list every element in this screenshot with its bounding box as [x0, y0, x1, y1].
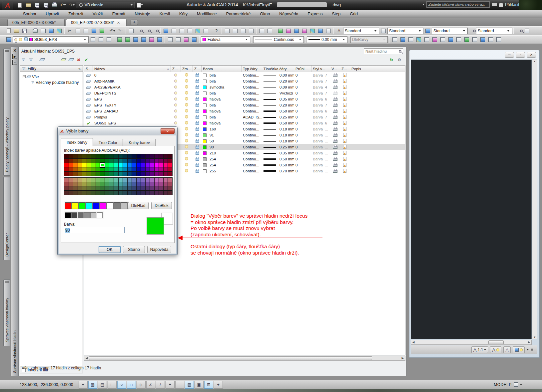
layer-linetype[interactable]: Continu...: [242, 133, 262, 137]
tool-palettes-collapsed[interactable]: Palety nástrojů - Všechny palety: [3, 49, 10, 176]
layer-linetype[interactable]: Continu...: [242, 109, 262, 113]
layer-lock-icon[interactable]: [196, 158, 199, 161]
status-toggle-button[interactable]: +: [214, 381, 223, 389]
layer-transparency[interactable]: 0: [294, 97, 311, 101]
layer-plot-icon[interactable]: [333, 164, 337, 167]
text-style-dropdown[interactable]: Standard: [343, 28, 379, 34]
layer-lock-icon[interactable]: [196, 122, 199, 125]
layer-vp-freeze-icon[interactable]: [343, 85, 346, 89]
status-toggle-button[interactable]: ◇: [137, 381, 146, 389]
layer-color-cell[interactable]: 160: [202, 127, 242, 131]
layer-unisolate-icon[interactable]: [124, 36, 131, 43]
layer-transparency[interactable]: 0: [294, 157, 311, 161]
new-icon[interactable]: [5, 27, 12, 35]
help-button[interactable]: Nápověda: [147, 246, 171, 253]
layer-freeze-icon[interactable]: [185, 73, 188, 77]
layer-vp-freeze-icon[interactable]: [343, 91, 346, 95]
layer-vp-freeze-icon[interactable]: [343, 73, 346, 77]
layer-row[interactable]: A-02SEVERKA svmodrá Continu... 0.09 mm 0…: [84, 84, 405, 90]
status-toggle-button[interactable]: ○: [117, 381, 126, 389]
new-tab-button[interactable]: +: [131, 20, 138, 25]
layer-plot-icon[interactable]: [333, 80, 337, 83]
layer-linetype[interactable]: Continu...: [242, 91, 262, 95]
layer-linetype[interactable]: Continu...: [242, 169, 262, 173]
close-tab-icon[interactable]: ✕: [117, 21, 120, 25]
layer-search-input[interactable]: Najít hladinu: [364, 48, 403, 54]
close-icon[interactable]: ✕: [161, 128, 175, 134]
layer-lock-icon[interactable]: [196, 80, 199, 83]
menu-item[interactable]: Kóty: [175, 10, 192, 18]
layer-lock-icon[interactable]: [196, 86, 199, 89]
layer-color-cell[interactable]: 254: [202, 163, 242, 167]
layer-lineweight[interactable]: 0.00 mm: [262, 73, 294, 77]
layer-linetype[interactable]: Continu...: [242, 79, 262, 83]
bylayer-button[interactable]: DleHlad: [128, 202, 149, 209]
delete-layer-icon[interactable]: ✖: [75, 57, 82, 63]
chevron-down-icon[interactable]: [520, 384, 522, 385]
status-toggle-button[interactable]: /: [156, 381, 165, 389]
layer-linetype[interactable]: Continu...: [242, 139, 262, 143]
layer-freeze-icon[interactable]: [185, 109, 188, 112]
workspace-dropdown[interactable]: VB classic: [77, 2, 135, 8]
layer-transparency[interactable]: 0: [294, 127, 311, 131]
menu-item[interactable]: Upravit: [41, 10, 64, 18]
new-layer-icon[interactable]: [60, 57, 67, 63]
publish-icon[interactable]: [47, 27, 55, 35]
layer-lineweight[interactable]: 0.18 mm: [262, 127, 294, 131]
plot-button[interactable]: [51, 1, 58, 9]
tool-icon[interactable]: [431, 36, 438, 43]
save-icon[interactable]: [21, 27, 28, 35]
layer-vp-freeze-icon[interactable]: [343, 169, 346, 173]
layer-color-cell[interactable]: bílá: [202, 115, 242, 119]
layer-lock-icon[interactable]: [196, 170, 199, 173]
layer-lock-icon[interactable]: [196, 110, 199, 113]
plot-icon[interactable]: [31, 27, 39, 35]
copy-icon[interactable]: [74, 27, 82, 35]
match-properties-icon[interactable]: [90, 27, 98, 35]
layer-plot-icon[interactable]: [333, 92, 337, 95]
layer-vp-freeze-icon[interactable]: [343, 115, 346, 119]
annotation-scale-dropdown[interactable]: ⋀ 1:1: [471, 346, 488, 353]
close-icon[interactable]: ✕: [527, 52, 536, 58]
layer-transparency[interactable]: 0: [294, 73, 311, 77]
paste-icon[interactable]: [82, 27, 90, 35]
layer-lineweight[interactable]: 0.50 mm: [262, 163, 294, 167]
mleader-style-dropdown[interactable]: Standard: [476, 28, 512, 34]
layer-color-cell[interactable]: fialová: [202, 109, 242, 113]
dim-style-icon[interactable]: [379, 27, 387, 35]
layer-walk-icon[interactable]: [156, 36, 163, 43]
layer-vp-freeze-icon[interactable]: [343, 121, 346, 125]
layer-freeze-icon[interactable]: [132, 36, 139, 43]
layer-lineweight[interactable]: 0.50 mm: [262, 157, 294, 161]
layer-row[interactable]: DEFPOINTS bílá Continu... Výchozí 0 Barv…: [84, 90, 405, 96]
tool-palettes-icon[interactable]: [178, 27, 186, 35]
menu-item[interactable]: Express: [303, 10, 327, 18]
byblock-button[interactable]: DleBlok: [151, 202, 172, 209]
layer-plot-icon[interactable]: [333, 158, 337, 161]
layer-plot-icon[interactable]: [333, 86, 337, 89]
layer-linetype[interactable]: Continu...: [242, 97, 262, 101]
status-toggle-button[interactable]: ▣: [195, 381, 204, 389]
zoom-extents-icon[interactable]: [523, 27, 531, 35]
layer-row[interactable]: EPS_TEXTY bílá Continu... 0.20 mm 0 Barv…: [84, 102, 405, 108]
layer-properties-manager-icon[interactable]: [5, 36, 12, 43]
layer-color-cell[interactable]: fialová: [202, 97, 242, 101]
layer-on-icon[interactable]: [174, 121, 177, 124]
text-frame-icon[interactable]: [266, 27, 273, 35]
layer-lock-icon[interactable]: [196, 140, 199, 143]
sheet-set-manager-icon[interactable]: [186, 27, 194, 35]
layer-on-icon[interactable]: [174, 109, 177, 112]
dim-style-dropdown[interactable]: Standard: [387, 28, 423, 34]
more-icon[interactable]: [527, 349, 529, 350]
spell-check-icon[interactable]: [258, 27, 266, 35]
layer-on-icon[interactable]: [174, 103, 177, 106]
designcenter-icon[interactable]: [170, 27, 178, 35]
3d-dwf-icon[interactable]: [55, 27, 63, 35]
status-toggle-button[interactable]: ▤: [98, 381, 107, 389]
layer-vp-freeze-icon[interactable]: [343, 151, 346, 155]
status-toggle-button[interactable]: ∟: [108, 381, 117, 389]
layer-linetype[interactable]: Continu...: [242, 163, 262, 167]
layer-lock-icon[interactable]: [196, 98, 199, 101]
redo-icon[interactable]: ↷: [117, 27, 124, 35]
set-current-icon[interactable]: ✔: [83, 57, 90, 63]
